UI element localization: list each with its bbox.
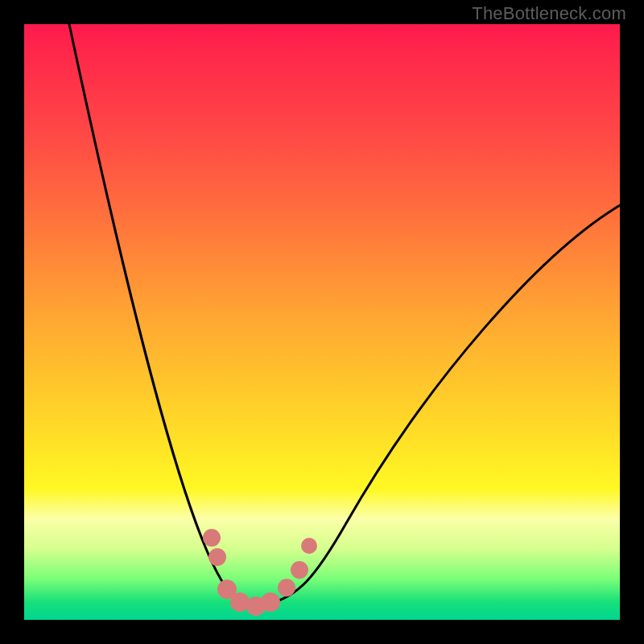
marker	[203, 529, 221, 547]
plot-area	[24, 24, 620, 620]
curve-markers	[203, 529, 317, 616]
attribution-label: TheBottleneck.com	[472, 3, 626, 24]
marker	[301, 538, 317, 554]
marker	[208, 548, 226, 566]
marker	[230, 592, 250, 612]
bottleneck-curve	[69, 24, 620, 605]
chart-frame: TheBottleneck.com	[0, 0, 644, 644]
marker	[278, 579, 295, 597]
curve-layer	[24, 24, 620, 620]
marker	[291, 561, 308, 579]
marker	[261, 592, 280, 612]
